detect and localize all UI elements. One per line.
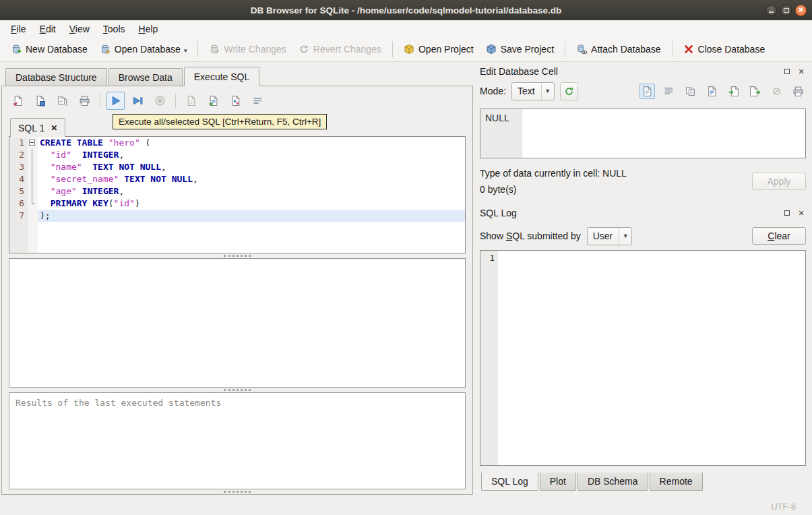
close-dock-button[interactable]: ✕ <box>797 208 806 218</box>
log-filter-select[interactable]: User ▼ <box>587 227 633 245</box>
auto-switch-mode-button[interactable] <box>560 82 578 100</box>
code-line[interactable]: "id" INTEGER, <box>38 149 465 161</box>
menu-tools[interactable]: Tools <box>96 22 132 36</box>
float-dock-button[interactable] <box>782 67 792 76</box>
line-number[interactable]: 1 <box>9 137 28 149</box>
fold-marker[interactable] <box>28 137 38 149</box>
titlebar[interactable]: DB Browser for SQLite - /home/user/code/… <box>0 0 812 20</box>
splitter-handle[interactable] <box>9 253 466 258</box>
open-project-icon <box>404 44 414 55</box>
import-data-button[interactable] <box>726 84 741 99</box>
edit-cell-button[interactable] <box>704 84 720 99</box>
close-button[interactable]: ✕ <box>795 5 807 16</box>
sql-toolbar <box>9 86 466 113</box>
attach-database-button[interactable]: Attach Database <box>571 40 666 58</box>
sql-log-view[interactable]: 1 <box>480 250 806 466</box>
log-gutter: 1 <box>480 251 498 465</box>
tab-remote[interactable]: Remote <box>650 473 703 491</box>
sql-code-editor[interactable]: 1234567 CREATE TABLE "hero" ( "id" INTEG… <box>9 136 466 253</box>
menu-edit[interactable]: Edit <box>33 22 63 36</box>
execute-sql-pane: SQL 1 ✕ 1234567 CREATE TABLE "hero" ( "i… <box>1 86 473 495</box>
float-dock-icon <box>784 210 790 216</box>
line-number[interactable]: 6 <box>9 198 28 210</box>
justify-text-button[interactable] <box>661 84 677 99</box>
code-line[interactable]: CREATE TABLE "hero" ( <box>38 137 465 149</box>
tab-database-structure[interactable]: Database Structure <box>5 68 107 86</box>
menu-view[interactable]: View <box>63 22 96 36</box>
execute-line-button[interactable] <box>129 92 147 110</box>
menubar: File Edit View Tools Help <box>0 20 812 37</box>
float-dock-button[interactable] <box>782 208 792 218</box>
results-grid[interactable] <box>9 258 466 388</box>
editor-code-area[interactable]: CREATE TABLE "hero" ( "id" INTEGER, "nam… <box>38 137 465 253</box>
open-sql-file-button[interactable] <box>9 92 27 110</box>
write-changes-icon <box>209 44 220 55</box>
splitter-handle[interactable] <box>9 489 466 494</box>
text-document-icon <box>642 86 653 97</box>
revert-changes-icon <box>299 44 309 55</box>
editor-fold-margin[interactable] <box>28 137 38 253</box>
splitter-handle[interactable] <box>9 388 466 392</box>
code-line[interactable]: PRIMARY KEY("id") <box>38 198 465 210</box>
minimize-button[interactable] <box>766 5 777 16</box>
fold-marker <box>28 149 38 161</box>
text-view-button[interactable] <box>639 84 655 99</box>
open-database-dropdown-icon[interactable]: ▾ <box>184 47 187 55</box>
fold-marker <box>28 161 38 173</box>
open-project-button[interactable]: Open Project <box>398 40 479 58</box>
cell-size-info: 0 byte(s) <box>480 184 627 195</box>
sql-log-dock-header: SQL Log ✕ <box>480 206 806 220</box>
save-sql-as-button[interactable] <box>53 92 71 110</box>
save-sql-file-button[interactable] <box>31 92 49 110</box>
code-line[interactable]: ); <box>38 210 465 222</box>
open-database-icon <box>100 44 111 55</box>
line-number[interactable]: 7 <box>9 210 28 222</box>
new-database-button[interactable]: New Database <box>5 40 93 58</box>
cell-value-editor[interactable]: NULL <box>480 109 806 158</box>
import-icon <box>728 86 739 97</box>
fold-marker <box>28 210 38 222</box>
maximize-button[interactable] <box>780 5 792 16</box>
close-sql-tab-icon[interactable]: ✕ <box>51 123 57 133</box>
tab-sql-log[interactable]: SQL Log <box>481 473 538 491</box>
mode-label: Mode: <box>480 86 506 96</box>
mode-select[interactable]: Text ▼ <box>511 82 555 100</box>
print-cell-button[interactable] <box>790 84 806 99</box>
save-project-button[interactable]: Save Project <box>480 40 559 58</box>
line-number[interactable]: 4 <box>9 173 28 185</box>
code-line[interactable]: "secret_name" TEXT NOT NULL, <box>38 173 465 185</box>
toolbar-separator <box>197 41 198 57</box>
open-sql-file-icon <box>12 95 24 107</box>
code-line[interactable]: "name" TEXT NOT NULL, <box>38 161 465 173</box>
tab-browse-data[interactable]: Browse Data <box>108 68 183 86</box>
log-content <box>498 251 805 465</box>
tab-execute-sql[interactable]: Execute SQL <box>184 67 260 86</box>
statusbar: UTF-8 <box>0 497 812 515</box>
close-dock-button[interactable]: ✕ <box>797 67 806 76</box>
attach-database-icon <box>576 44 587 55</box>
stop-button <box>151 92 169 110</box>
window-title: DB Browser for SQLite - /home/user/code/… <box>251 5 561 16</box>
close-database-button[interactable]: Close Database <box>678 40 771 58</box>
tab-plot[interactable]: Plot <box>540 473 576 491</box>
execute-all-button[interactable] <box>106 92 125 110</box>
word-wrap-button[interactable] <box>249 92 267 110</box>
auto-complete-button[interactable] <box>226 92 245 110</box>
line-number[interactable]: 2 <box>9 149 28 161</box>
menu-file[interactable]: File <box>4 22 33 36</box>
editor-gutter[interactable]: 1234567 <box>9 137 28 253</box>
line-number[interactable]: 5 <box>9 185 28 198</box>
line-number[interactable]: 3 <box>9 161 28 173</box>
print-icon <box>792 86 804 97</box>
execute-line-icon <box>132 95 144 107</box>
tab-db-schema[interactable]: DB Schema <box>577 473 648 491</box>
clear-log-button[interactable]: Clear <box>752 227 806 245</box>
print-sql-button[interactable] <box>75 92 94 110</box>
menu-help[interactable]: Help <box>132 22 165 36</box>
export-data-button[interactable] <box>747 84 763 99</box>
sql-tab-1[interactable]: SQL 1 ✕ <box>10 118 65 137</box>
open-database-button[interactable]: Open Database ▾ <box>94 40 193 58</box>
code-line[interactable]: "age" INTEGER, <box>38 185 465 198</box>
copy-cell-button[interactable] <box>683 84 698 99</box>
export-results-button[interactable] <box>204 92 222 110</box>
